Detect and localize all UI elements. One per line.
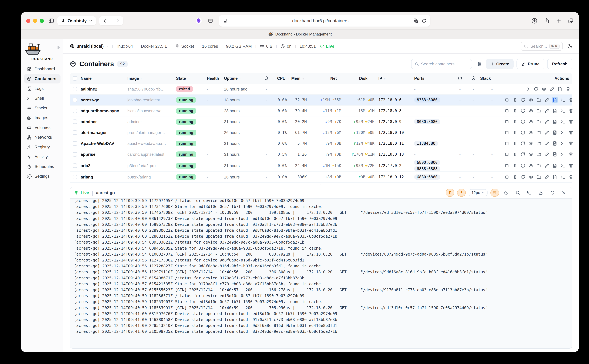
container-name[interactable]: adminer: [81, 119, 127, 124]
sidebar-item-registry[interactable]: Registry: [24, 142, 60, 152]
minimize-window-button[interactable]: [33, 19, 37, 23]
edit-action-icon[interactable]: [544, 174, 550, 180]
column-header-disk[interactable]: Disk: [345, 76, 378, 81]
sidebar-item-logs[interactable]: Logs: [24, 84, 60, 93]
container-row-ariang[interactable]: ariangp3terx/ariangrunning-26 hours-0.0%…: [70, 172, 572, 183]
file-action-icon[interactable]: [552, 108, 558, 114]
file-action-icon[interactable]: [552, 140, 558, 147]
file-action-icon[interactable]: [552, 174, 558, 180]
eye-action-icon[interactable]: [528, 130, 534, 136]
edit-action-icon[interactable]: [544, 151, 550, 157]
column-header-state[interactable]: State: [176, 76, 207, 81]
folder-action-icon[interactable]: [536, 140, 542, 147]
panel-resize-handle[interactable]: [70, 183, 572, 187]
ip-cell[interactable]: 172.18.0.11: [378, 141, 414, 146]
container-row-adguardhome-sync[interactable]: adguardhome-synclscr.io/linuxserver/a…ru…: [70, 105, 572, 117]
port-mapping[interactable]: 8383:8080: [414, 98, 440, 103]
eye-action-icon[interactable]: [528, 119, 534, 125]
container-name[interactable]: ariang: [81, 175, 127, 180]
container-name[interactable]: acrest-go: [81, 98, 127, 103]
log-moon-button[interactable]: [502, 189, 510, 197]
terminal-action-icon[interactable]: [560, 151, 566, 157]
column-header-image[interactable]: Image: [127, 76, 176, 81]
stop-action-icon[interactable]: [504, 108, 510, 114]
trash-action-icon[interactable]: [568, 97, 574, 103]
terminal-action-icon[interactable]: [560, 130, 566, 136]
container-row-alertmanager[interactable]: alertmanagerprom/alertmanager…running-26…: [70, 127, 572, 138]
containers-search-input[interactable]: Search containers...: [411, 59, 472, 69]
sidebar-item-settings[interactable]: Settings: [24, 172, 60, 181]
reload-icon[interactable]: [422, 18, 426, 23]
ip-cell[interactable]: 172.18.0.8: [378, 109, 414, 113]
eye-action-icon[interactable]: [528, 174, 534, 180]
row-checkbox[interactable]: [73, 98, 77, 102]
share-icon[interactable]: [544, 18, 550, 24]
log-close-button[interactable]: [560, 189, 568, 197]
column-header-restart-policy-icon[interactable]: [453, 76, 467, 81]
stop-action-icon[interactable]: [504, 130, 510, 136]
restart-action-icon[interactable]: [520, 108, 526, 114]
row-checkbox[interactable]: [73, 87, 77, 91]
container-row-aria2[interactable]: aria2p3terx/aria2-prorunning-31 hours-0.…: [70, 160, 572, 172]
row-checkbox[interactable]: [73, 119, 77, 124]
eye-action-icon[interactable]: [528, 97, 534, 103]
row-checkbox[interactable]: [73, 130, 77, 135]
pause-action-icon[interactable]: [512, 97, 518, 103]
row-checkbox[interactable]: [73, 109, 77, 113]
edit-action-icon[interactable]: [544, 97, 550, 103]
pause-action-icon[interactable]: [512, 174, 518, 180]
stop-action-icon[interactable]: [504, 163, 510, 169]
restart-action-icon[interactable]: [520, 163, 526, 169]
edit-action-icon[interactable]: [544, 119, 550, 125]
sidebar-item-containers[interactable]: Containers: [24, 74, 60, 84]
trash-action-icon[interactable]: [568, 163, 574, 169]
column-header-net[interactable]: Net: [311, 76, 345, 81]
restart-action-icon[interactable]: [520, 140, 526, 147]
column-header-mem[interactable]: Mem: [291, 76, 311, 81]
port-mapping[interactable]: 6888:6888: [414, 166, 440, 171]
edit-action-icon[interactable]: [549, 86, 555, 92]
folder-action-icon[interactable]: [536, 163, 542, 169]
log-restart-button[interactable]: [548, 189, 557, 197]
container-row-apprise[interactable]: apprisecaronc/apprise:latestrunning-31 h…: [70, 149, 572, 160]
pause-action-icon[interactable]: [512, 140, 518, 147]
translate-icon[interactable]: [413, 18, 418, 23]
trash-action-icon[interactable]: [568, 119, 574, 125]
port-mapping[interactable]: 8080:8080: [414, 119, 440, 124]
column-header-mortality-skull-icon[interactable]: [260, 76, 273, 81]
column-header-stack[interactable]: Stack: [480, 76, 504, 81]
tab-title[interactable]: Dockhand - Docker Management: [275, 32, 332, 36]
container-name[interactable]: alertmanager: [81, 130, 127, 135]
container-name[interactable]: aalpine2: [81, 87, 127, 92]
column-header-cpu[interactable]: CPU: [273, 76, 291, 81]
terminal-action-icon[interactable]: [560, 119, 566, 125]
stop-action-icon[interactable]: [504, 151, 510, 157]
log-font-size-select[interactable]: 12px: [469, 189, 488, 196]
container-name[interactable]: Apache-WebDAV: [81, 141, 127, 146]
stop-action-icon[interactable]: [504, 174, 510, 180]
file-action-icon[interactable]: [552, 151, 558, 157]
sidebar-item-shell[interactable]: Shell: [24, 94, 60, 103]
column-header-ip[interactable]: IP: [378, 76, 414, 81]
eye-action-icon[interactable]: [541, 86, 547, 92]
eye-action-icon[interactable]: [528, 140, 534, 147]
address-bar[interactable]: dockhand.bor6.pl/containers: [219, 15, 430, 26]
restart-action-icon[interactable]: [520, 130, 526, 136]
port-mapping[interactable]: 6800:6800: [414, 160, 440, 165]
container-name[interactable]: apprise: [81, 152, 127, 157]
sidebar-item-networks[interactable]: Networks: [24, 133, 60, 142]
eye-action-icon[interactable]: [528, 151, 534, 157]
row-checkbox[interactable]: [73, 175, 77, 179]
ip-cell[interactable]: 172.18.0.9: [378, 119, 414, 124]
app-logo[interactable]: DOCKHAND: [24, 42, 60, 64]
restart-action-icon[interactable]: [520, 97, 526, 103]
sidebar-item-volumes[interactable]: Volumes: [24, 123, 60, 132]
trash-action-icon[interactable]: [568, 130, 574, 136]
edit-action-icon[interactable]: [544, 130, 550, 136]
column-header-name[interactable]: Name: [81, 76, 127, 81]
dark-mode-toggle[interactable]: [567, 44, 572, 49]
host-selector[interactable]: unraid (local): [70, 44, 108, 49]
log-search-button[interactable]: [513, 189, 522, 197]
log-copy-button[interactable]: [525, 189, 534, 197]
log-down-to-line-button[interactable]: [457, 189, 466, 197]
